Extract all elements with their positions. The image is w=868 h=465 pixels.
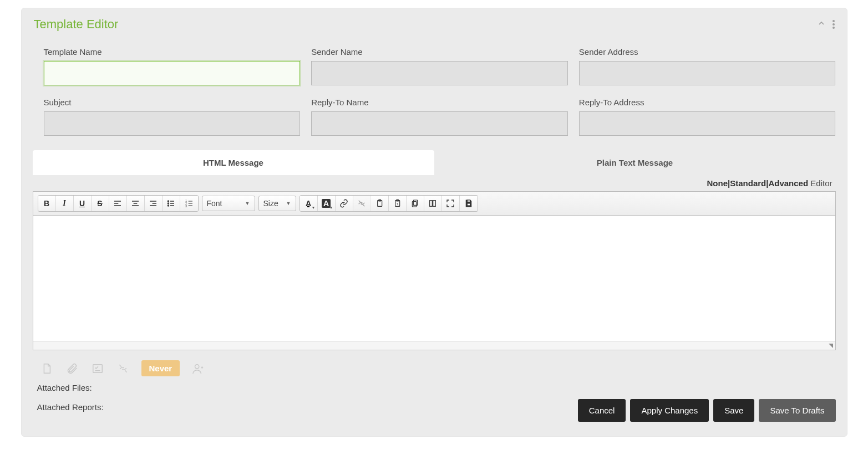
field-reply-to-name: Reply-To Name xyxy=(311,98,568,136)
svg-point-11 xyxy=(167,205,169,206)
label-subject: Subject xyxy=(44,98,301,107)
mode-suffix-text: Editor xyxy=(810,178,832,188)
svg-line-36 xyxy=(125,370,126,372)
align-left-icon[interactable] xyxy=(109,196,127,211)
size-select-label: Size xyxy=(263,199,278,208)
field-template-name: Template Name xyxy=(44,47,301,85)
reply-to-name-input[interactable] xyxy=(311,111,568,136)
tab-html-message[interactable]: HTML Message xyxy=(33,150,434,175)
background-color-icon[interactable]: A▼ xyxy=(318,196,336,211)
paste-icon[interactable] xyxy=(371,196,389,211)
chevron-down-icon: ▼ xyxy=(245,201,250,206)
tb-group-insert: A▼ A▼ T xyxy=(300,195,478,212)
attachment-toolbar: Never xyxy=(22,350,847,380)
field-sender-address: Sender Address xyxy=(579,47,836,85)
broken-link-icon[interactable] xyxy=(116,361,130,376)
save-editor-icon[interactable] xyxy=(460,196,478,211)
rich-text-editor: B I U S 123 Font ▼ Size ▼ A▼ A▼ xyxy=(33,191,836,350)
maximize-icon[interactable] xyxy=(442,196,460,211)
label-sender-name: Sender Name xyxy=(311,47,568,57)
reply-to-address-input[interactable] xyxy=(579,111,836,136)
editor-resize-handle[interactable] xyxy=(33,341,835,350)
bulleted-list-icon[interactable] xyxy=(163,196,180,211)
cancel-button[interactable]: Cancel xyxy=(578,399,626,422)
field-reply-to-address: Reply-To Address xyxy=(579,98,836,136)
mode-standard[interactable]: Standard xyxy=(730,178,766,188)
size-select[interactable]: Size ▼ xyxy=(258,196,296,211)
save-button[interactable]: Save xyxy=(713,399,754,422)
bold-icon[interactable]: B xyxy=(38,196,56,211)
align-center-icon[interactable] xyxy=(127,196,145,211)
collapse-icon[interactable] xyxy=(817,19,826,30)
font-select-label: Font xyxy=(207,199,222,208)
mode-advanced[interactable]: Advanced xyxy=(768,178,808,188)
svg-rect-33 xyxy=(93,364,102,372)
font-select[interactable]: Font ▼ xyxy=(202,196,255,211)
strikethrough-icon[interactable]: S xyxy=(92,196,109,211)
sender-address-input[interactable] xyxy=(579,61,836,85)
attached-files-label: Attached Files: xyxy=(37,383,836,392)
text-color-icon[interactable]: A▼ xyxy=(300,196,318,211)
label-reply-to-address: Reply-To Address xyxy=(579,98,836,107)
underline-icon[interactable]: U xyxy=(74,196,92,211)
field-sender-name: Sender Name xyxy=(311,47,568,85)
template-editor-panel: Template Editor Template Name Sender Nam… xyxy=(21,8,847,437)
new-document-icon[interactable] xyxy=(39,361,54,376)
add-user-icon[interactable] xyxy=(191,361,205,376)
mode-none[interactable]: None xyxy=(707,178,728,188)
editor-textarea[interactable] xyxy=(33,216,835,341)
svg-rect-27 xyxy=(413,200,417,205)
unlink-icon[interactable] xyxy=(353,196,371,211)
tb-group-text: B I U S 123 xyxy=(38,195,199,212)
numbered-list-icon[interactable]: 123 xyxy=(180,196,198,211)
templates-icon[interactable] xyxy=(424,196,442,211)
panel-header: Template Editor xyxy=(22,8,847,35)
svg-rect-31 xyxy=(467,200,470,202)
message-tabs: HTML Message Plain Text Message xyxy=(22,141,847,175)
svg-point-10 xyxy=(167,203,169,204)
svg-rect-28 xyxy=(412,202,416,207)
align-right-icon[interactable] xyxy=(145,196,163,211)
checklist-icon[interactable] xyxy=(90,361,105,376)
sender-name-input[interactable] xyxy=(311,61,568,85)
editor-toolbar: B I U S 123 Font ▼ Size ▼ A▼ A▼ xyxy=(33,192,835,216)
kebab-icon[interactable] xyxy=(831,19,836,30)
label-template-name: Template Name xyxy=(44,47,301,57)
paperclip-icon[interactable] xyxy=(65,361,79,376)
save-to-drafts-button[interactable]: Save To Drafts xyxy=(759,399,835,422)
tab-plain-text-message[interactable]: Plain Text Message xyxy=(434,150,836,175)
svg-rect-30 xyxy=(433,201,436,207)
paste-text-icon[interactable]: T xyxy=(389,196,407,211)
copy-icon[interactable] xyxy=(407,196,424,211)
editor-mode-toggle: None|Standard|Advanced Editor xyxy=(22,175,847,191)
link-icon[interactable] xyxy=(336,196,353,211)
field-subject: Subject xyxy=(44,98,301,136)
svg-point-9 xyxy=(167,201,169,202)
form-grid: Template Name Sender Name Sender Address… xyxy=(22,35,847,141)
panel-title: Template Editor xyxy=(34,17,119,32)
never-button[interactable]: Never xyxy=(141,360,180,376)
svg-text:3: 3 xyxy=(185,205,187,208)
svg-rect-32 xyxy=(467,203,470,206)
svg-text:T: T xyxy=(397,202,399,206)
label-reply-to-name: Reply-To Name xyxy=(311,98,568,107)
svg-line-35 xyxy=(119,365,121,366)
panel-actions xyxy=(817,19,836,30)
svg-point-37 xyxy=(195,364,199,368)
svg-rect-29 xyxy=(430,201,433,207)
footer-buttons: Cancel Apply Changes Save Save To Drafts xyxy=(578,399,836,422)
chevron-down-icon: ▼ xyxy=(286,201,291,206)
template-name-input[interactable] xyxy=(44,61,301,85)
subject-input[interactable] xyxy=(44,111,301,136)
apply-changes-button[interactable]: Apply Changes xyxy=(630,399,709,422)
italic-icon[interactable]: I xyxy=(56,196,74,211)
label-sender-address: Sender Address xyxy=(579,47,836,57)
